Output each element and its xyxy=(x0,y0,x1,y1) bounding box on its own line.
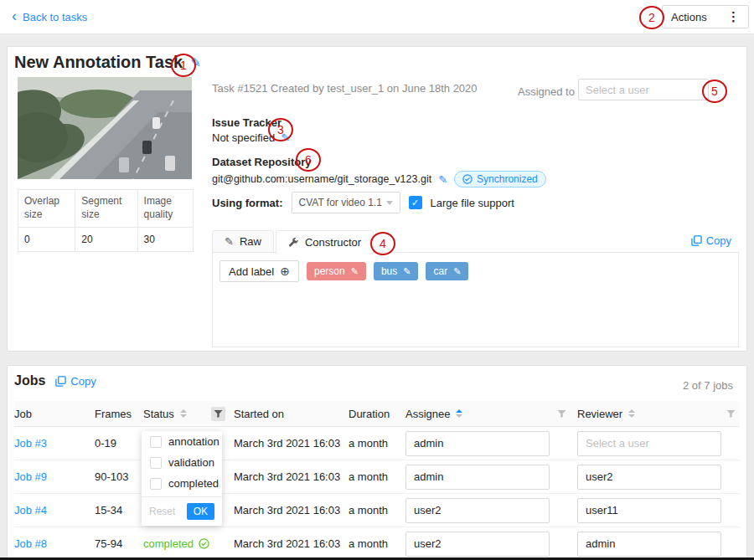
filter-option-completed[interactable]: completed xyxy=(142,473,222,494)
format-row: Using format: CVAT for video 1.1 ✓ Large… xyxy=(212,192,514,213)
annotation-circle-4: 4 xyxy=(370,232,395,255)
jobs-table-header: Job Frames Status Started on Duration As… xyxy=(14,401,740,427)
copy-label: Copy xyxy=(706,234,731,247)
column-job: Job xyxy=(14,408,95,420)
annotation-circle-5: 5 xyxy=(702,80,727,103)
kebab-menu-icon: ⋮ xyxy=(727,9,740,24)
assigned-to-input[interactable] xyxy=(578,79,709,100)
param-value-quality: 30 xyxy=(137,228,193,252)
filter-footer: Reset OK xyxy=(142,496,222,526)
copy-icon xyxy=(691,235,702,246)
issue-tracker-value: Not specified xyxy=(212,131,275,144)
column-status: Status xyxy=(143,407,234,421)
using-format-label: Using format: xyxy=(212,197,283,209)
sort-status-icon[interactable] xyxy=(180,409,187,418)
check-circle-icon xyxy=(462,174,473,184)
reviewer-input[interactable] xyxy=(577,498,721,523)
add-label-button[interactable]: Add label ⊕ xyxy=(219,260,299,282)
plus-circle-icon: ⊕ xyxy=(280,265,290,278)
dataset-repository-row: git@github.com:username/git_storage_v123… xyxy=(212,171,546,188)
filter-option-label: completed xyxy=(168,477,219,490)
annotation-circle-3: 3 xyxy=(268,118,293,141)
job-frames: 90-103 xyxy=(95,470,143,483)
edit-label-icon[interactable]: ✎ xyxy=(403,266,411,277)
label-tag-bus[interactable]: bus ✎ xyxy=(374,262,419,280)
task-details-card: New Annotation Task ✎ Overlap size Segme… xyxy=(7,46,747,352)
filter-option-annotation[interactable]: annotation xyxy=(142,431,222,452)
jobs-table: Job Frames Status Started on Duration As… xyxy=(14,401,740,560)
large-file-support-checkbox[interactable]: ✓ xyxy=(409,196,422,209)
check-circle-icon xyxy=(199,538,209,549)
sort-reviewer-icon[interactable] xyxy=(628,409,635,418)
job-link[interactable]: Job #3 xyxy=(14,437,47,450)
assignee-input[interactable] xyxy=(405,498,550,523)
label-name: car xyxy=(433,265,447,277)
filter-assignee-icon[interactable] xyxy=(555,407,569,421)
format-select[interactable]: CVAT for video 1.1 xyxy=(292,192,400,213)
job-row: Job #4 15-34 March 3rd 2021 16:03 a mont… xyxy=(14,494,740,527)
job-started: March 3rd 2021 16:03 xyxy=(234,537,349,550)
filter-reviewer-icon[interactable] xyxy=(724,407,738,421)
filter-status-icon[interactable] xyxy=(211,407,225,421)
job-link[interactable]: Job #4 xyxy=(14,504,47,516)
job-duration: a month xyxy=(349,470,405,483)
filter-ok-button[interactable]: OK xyxy=(187,503,214,520)
job-duration: a month xyxy=(349,504,405,516)
job-frames: 15-34 xyxy=(95,504,143,516)
edit-label-icon[interactable]: ✎ xyxy=(453,266,461,277)
tab-raw[interactable]: ✎ Raw xyxy=(212,230,274,253)
copy-label: Copy xyxy=(70,375,96,388)
filter-option-label: validation xyxy=(168,456,214,469)
copy-icon xyxy=(55,376,66,387)
tab-raw-label: Raw xyxy=(240,235,261,248)
assigned-to-label: Assigned to xyxy=(518,85,575,98)
job-link[interactable]: Job #8 xyxy=(14,537,47,550)
assignee-input[interactable] xyxy=(405,465,550,490)
column-duration: Duration xyxy=(349,408,405,420)
column-reviewer: Reviewer xyxy=(577,407,740,421)
filter-option-label: annotation xyxy=(168,435,219,448)
page: ‹ Back to tasks Actions ⋮ New Annotation… xyxy=(0,0,754,560)
edit-repository-icon[interactable]: ✎ xyxy=(438,173,447,186)
checkbox[interactable] xyxy=(150,457,162,469)
job-duration: a month xyxy=(349,537,405,550)
param-value-overlap: 0 xyxy=(18,228,75,252)
reviewer-input[interactable] xyxy=(577,532,721,557)
task-params-table: Overlap size Segment size Image quality … xyxy=(18,189,194,252)
checkbox[interactable] xyxy=(150,436,162,448)
param-header-overlap: Overlap size xyxy=(18,190,75,228)
actions-button[interactable]: Actions ⋮ xyxy=(662,5,749,28)
tab-constructor[interactable]: Constructor xyxy=(276,230,374,254)
task-preview-image xyxy=(18,77,192,179)
job-started: March 3rd 2021 16:03 xyxy=(234,470,349,483)
job-frames: 75-94 xyxy=(95,537,143,550)
filter-reset-button[interactable]: Reset xyxy=(149,506,175,517)
back-chevron-icon: ‹ xyxy=(12,8,17,23)
label-tag-person[interactable]: person ✎ xyxy=(307,262,366,280)
checkbox[interactable] xyxy=(150,478,162,490)
reviewer-input[interactable] xyxy=(577,431,721,456)
job-row: Job #9 90-103 March 3rd 2021 16:03 a mon… xyxy=(14,460,740,494)
sync-badge-label: Synchronized xyxy=(477,173,538,185)
column-assignee: Assignee xyxy=(405,407,577,421)
copy-jobs-link[interactable]: Copy xyxy=(55,375,96,388)
sort-assignee-icon[interactable] xyxy=(456,409,462,418)
edit-label-icon[interactable]: ✎ xyxy=(351,266,359,277)
job-started: March 3rd 2021 16:03 xyxy=(234,504,349,516)
job-link[interactable]: Job #9 xyxy=(14,470,47,483)
assignee-input[interactable] xyxy=(405,532,550,557)
copy-labels-link[interactable]: Copy xyxy=(691,234,731,247)
sync-status-badge: Synchronized xyxy=(454,171,546,188)
format-select-value: CVAT for video 1.1 xyxy=(299,197,382,208)
back-to-tasks-link[interactable]: ‹ Back to tasks xyxy=(12,0,87,33)
filter-option-validation[interactable]: validation xyxy=(142,452,222,473)
task-title: New Annotation Task xyxy=(14,53,183,72)
annotation-circle-6: 6 xyxy=(296,148,321,172)
add-label-text: Add label xyxy=(229,265,274,278)
label-tag-car[interactable]: car ✎ xyxy=(426,262,468,280)
tab-constructor-label: Constructor xyxy=(305,236,361,249)
build-icon xyxy=(288,237,299,248)
reviewer-input[interactable] xyxy=(577,465,721,490)
assignee-input[interactable] xyxy=(405,431,550,456)
labels-row: Add label ⊕ person ✎ bus ✎ car ✎ xyxy=(219,260,468,282)
